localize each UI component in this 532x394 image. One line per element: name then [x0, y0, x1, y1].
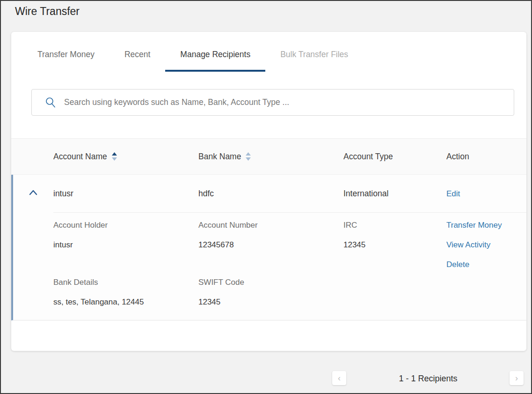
tab-bar: Transfer Money Recent Manage Recipients …	[22, 43, 526, 72]
recipient-details: Account Holder intusr Account Number 123…	[13, 213, 526, 307]
search-box[interactable]	[31, 89, 514, 116]
tab-bulk-transfer-files[interactable]: Bulk Transfer Files	[265, 43, 363, 72]
page-title: Wire Transfer	[15, 5, 80, 18]
irc-label: IRC	[343, 221, 446, 230]
screen: Wire Transfer Transfer Money Recent Mana…	[0, 0, 532, 394]
tab-manage-recipients[interactable]: Manage Recipients	[165, 43, 265, 72]
account-holder-label: Account Holder	[53, 221, 198, 230]
chevron-up-icon	[28, 187, 39, 200]
view-activity-link[interactable]: View Activity	[446, 240, 526, 250]
cell-account-name: intusr	[53, 189, 198, 199]
collapse-row-button[interactable]	[13, 187, 53, 200]
swift-code-value: 12345	[198, 297, 343, 307]
bank-details-value: ss, tes, Telangana, 12445	[53, 297, 198, 307]
bank-details-label: Bank Details	[53, 278, 198, 287]
column-header-account-type: Account Type	[343, 152, 446, 162]
next-page-button[interactable]: ›	[510, 371, 524, 385]
chevron-right-icon: ›	[515, 373, 518, 383]
edit-link[interactable]: Edit	[446, 189, 460, 198]
recipient-row-expanded: intusr hdfc International Edit Account H…	[11, 175, 526, 320]
column-header-action: Action	[446, 152, 526, 162]
sort-icon-account-name[interactable]	[111, 152, 117, 161]
cell-bank-name: hdfc	[198, 189, 343, 199]
column-header-account-name[interactable]: Account Name	[53, 152, 198, 162]
search-input[interactable]	[64, 97, 504, 107]
cell-account-type: International	[343, 189, 446, 199]
recipient-row: intusr hdfc International Edit	[13, 175, 526, 212]
table-header: Account Name Bank Name Account Type Acti…	[11, 138, 526, 175]
account-number-value: 12345678	[198, 240, 343, 250]
tab-transfer-money[interactable]: Transfer Money	[22, 43, 109, 72]
prev-page-button[interactable]: ‹	[332, 371, 346, 385]
account-number-label: Account Number	[198, 221, 343, 230]
wire-transfer-card: Transfer Money Recent Manage Recipients …	[11, 32, 526, 351]
transfer-money-link[interactable]: Transfer Money	[446, 221, 526, 230]
swift-code-label: SWIFT Code	[198, 278, 343, 287]
chevron-left-icon: ‹	[338, 373, 341, 383]
row-action-links: Transfer Money View Activity Delete	[446, 221, 526, 269]
sort-icon-bank-name[interactable]	[245, 152, 251, 161]
tab-recent[interactable]: Recent	[109, 43, 165, 72]
search-icon	[45, 97, 56, 108]
details-row-2: Bank Details ss, tes, Telangana, 12445 S…	[13, 278, 526, 307]
details-row-1: Account Holder intusr Account Number 123…	[13, 221, 526, 269]
delete-link[interactable]: Delete	[446, 260, 526, 269]
pagination-label: 1 - 1 Recipients	[357, 374, 500, 384]
account-holder-value: intusr	[53, 240, 198, 250]
column-header-bank-name[interactable]: Bank Name	[198, 152, 343, 162]
irc-value: 12345	[343, 240, 446, 250]
